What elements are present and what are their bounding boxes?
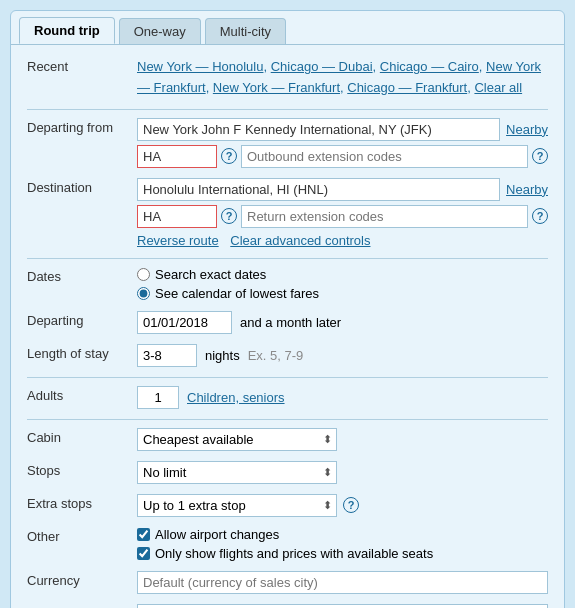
recent-row: Recent New York — Honolulu, Chicago — Du… <box>27 57 548 99</box>
departing-date-input[interactable] <box>137 311 232 334</box>
dates-option-1-label: Search exact dates <box>155 267 266 282</box>
recent-link-5[interactable]: New York — Frankfurt <box>213 80 340 95</box>
length-of-stay-row: Length of stay nights Ex. 5, 7-9 <box>27 344 548 367</box>
recent-link-6[interactable]: Chicago — Frankfurt <box>347 80 467 95</box>
departing-from-row: Departing from Nearby ? ? <box>27 118 548 168</box>
tab-round-trip[interactable]: Round trip <box>19 17 115 44</box>
recent-link-1[interactable]: New York — Honolulu <box>137 59 263 74</box>
clear-all-link[interactable]: Clear all <box>474 80 522 95</box>
divider-1 <box>27 109 548 110</box>
available-seats-checkbox[interactable] <box>137 547 150 560</box>
return-extension-input[interactable] <box>241 205 528 228</box>
allow-airport-changes-option[interactable]: Allow airport changes <box>137 527 548 542</box>
dates-radio-group: Search exact dates See calendar of lowes… <box>137 267 548 301</box>
departing-from-label: Departing from <box>27 118 137 135</box>
destination-input[interactable] <box>137 178 500 201</box>
extra-stops-inner: Up to 1 extra stop None Up to 2 extra st… <box>137 494 548 517</box>
recent-link-2[interactable]: Chicago — Dubai <box>271 59 373 74</box>
stops-select-wrapper: No limit Non-stop only Up to 1 stop <box>137 461 337 484</box>
divider-4 <box>27 419 548 420</box>
allow-airport-changes-checkbox[interactable] <box>137 528 150 541</box>
extra-stops-select[interactable]: Up to 1 extra stop None Up to 2 extra st… <box>137 494 337 517</box>
dates-option-2[interactable]: See calendar of lowest fares <box>137 286 548 301</box>
departing-from-code-input[interactable] <box>137 145 217 168</box>
dates-row: Dates Search exact dates See calendar of… <box>27 267 548 301</box>
adults-inner: Children, seniors <box>137 386 548 409</box>
outbound-extension-question-icon[interactable]: ? <box>532 148 548 164</box>
departing-from-nearby[interactable]: Nearby <box>506 122 548 137</box>
cabin-select[interactable]: Cheapest available Economy Business Firs… <box>137 428 337 451</box>
destination-label: Destination <box>27 178 137 195</box>
nights-input[interactable] <box>137 344 197 367</box>
currency-content <box>137 571 548 594</box>
extra-stops-content: Up to 1 extra stop None Up to 2 extra st… <box>137 494 548 517</box>
extra-stops-question-icon[interactable]: ? <box>343 497 359 513</box>
departing-date-content: and a month later <box>137 311 548 334</box>
sales-city-row: Sales city <box>27 604 548 608</box>
dates-option-1[interactable]: Search exact dates <box>137 267 548 282</box>
currency-row: Currency <box>27 571 548 594</box>
destination-question-icon[interactable]: ? <box>221 208 237 224</box>
return-extension-question-icon[interactable]: ? <box>532 208 548 224</box>
length-of-stay-content: nights Ex. 5, 7-9 <box>137 344 548 367</box>
tab-multi-city[interactable]: Multi-city <box>205 18 286 44</box>
other-row: Other Allow airport changes Only show fl… <box>27 527 548 561</box>
tab-one-way[interactable]: One-way <box>119 18 201 44</box>
other-label: Other <box>27 527 137 544</box>
recent-links: New York — Honolulu, Chicago — Dubai, Ch… <box>137 57 548 99</box>
destination-nearby[interactable]: Nearby <box>506 182 548 197</box>
cabin-label: Cabin <box>27 428 137 445</box>
cabin-row: Cabin Cheapest available Economy Busines… <box>27 428 548 451</box>
stops-label: Stops <box>27 461 137 478</box>
cabin-content: Cheapest available Economy Business Firs… <box>137 428 548 451</box>
destination-main-input-row: Nearby <box>137 178 548 201</box>
stops-select[interactable]: No limit Non-stop only Up to 1 stop <box>137 461 337 484</box>
cabin-select-wrapper: Cheapest available Economy Business Firs… <box>137 428 337 451</box>
divider-2 <box>27 258 548 259</box>
available-seats-label: Only show flights and prices with availa… <box>155 546 433 561</box>
outbound-extension-input[interactable] <box>241 145 528 168</box>
destination-code-input[interactable] <box>137 205 217 228</box>
departing-from-content: Nearby ? ? <box>137 118 548 168</box>
length-of-stay-inner: nights Ex. 5, 7-9 <box>137 344 548 367</box>
reverse-route-link[interactable]: Reverse route <box>137 233 219 248</box>
allow-airport-changes-label: Allow airport changes <box>155 527 279 542</box>
currency-label: Currency <box>27 571 137 588</box>
departing-date-inner: and a month later <box>137 311 548 334</box>
currency-input[interactable] <box>137 571 548 594</box>
stops-row: Stops No limit Non-stop only Up to 1 sto… <box>27 461 548 484</box>
divider-3 <box>27 377 548 378</box>
extra-stops-select-wrapper: Up to 1 extra stop None Up to 2 extra st… <box>137 494 337 517</box>
available-seats-option[interactable]: Only show flights and prices with availa… <box>137 546 548 561</box>
reverse-row: Reverse route Clear advanced controls <box>137 233 548 248</box>
other-checkboxes: Allow airport changes Only show flights … <box>137 527 548 561</box>
recent-link-3[interactable]: Chicago — Cairo <box>380 59 479 74</box>
children-seniors-link[interactable]: Children, seniors <box>187 390 285 405</box>
departing-from-question-icon[interactable]: ? <box>221 148 237 164</box>
departing-date-row: Departing and a month later <box>27 311 548 334</box>
recent-label: Recent <box>27 57 137 74</box>
dates-option-2-label: See calendar of lowest fares <box>155 286 319 301</box>
adults-content: Children, seniors <box>137 386 548 409</box>
sales-city-input[interactable] <box>137 604 548 608</box>
flight-search-panel: Round trip One-way Multi-city Recent New… <box>10 10 565 608</box>
length-of-stay-label: Length of stay <box>27 344 137 361</box>
dates-label: Dates <box>27 267 137 284</box>
departing-from-main-input-row: Nearby <box>137 118 548 141</box>
stops-content: No limit Non-stop only Up to 1 stop <box>137 461 548 484</box>
destination-row: Destination Nearby ? ? Reverse route Cle… <box>27 178 548 248</box>
other-content: Allow airport changes Only show flights … <box>137 527 548 561</box>
destination-code-row: ? ? <box>137 205 548 228</box>
adults-label: Adults <box>27 386 137 403</box>
clear-advanced-link[interactable]: Clear advanced controls <box>230 233 370 248</box>
departing-from-code-row: ? ? <box>137 145 548 168</box>
destination-content: Nearby ? ? Reverse route Clear advanced … <box>137 178 548 248</box>
dates-radio-2[interactable] <box>137 287 150 300</box>
dates-radio-1[interactable] <box>137 268 150 281</box>
sales-city-label: Sales city <box>27 604 137 608</box>
dates-content: Search exact dates See calendar of lowes… <box>137 267 548 301</box>
extra-stops-row: Extra stops Up to 1 extra stop None Up t… <box>27 494 548 517</box>
adults-input[interactable] <box>137 386 179 409</box>
tab-content: Recent New York — Honolulu, Chicago — Du… <box>11 44 564 608</box>
departing-from-input[interactable] <box>137 118 500 141</box>
